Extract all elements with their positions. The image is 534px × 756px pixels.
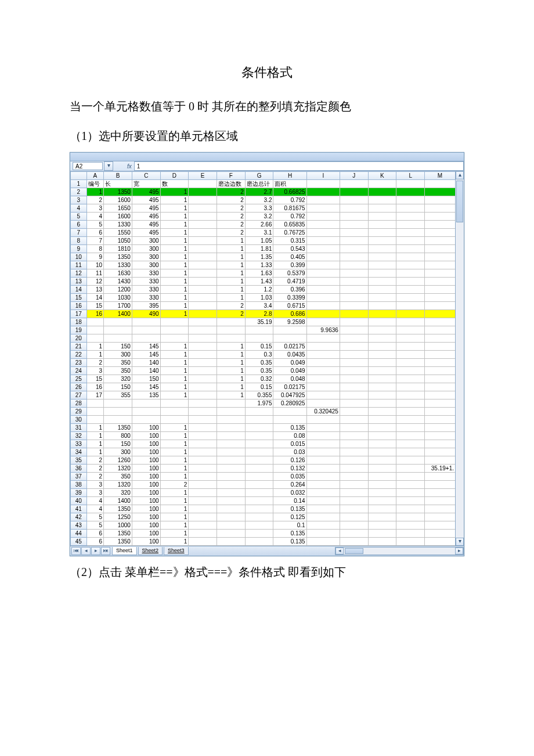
cell[interactable] [189, 334, 217, 343]
cell[interactable] [425, 367, 456, 375]
cell[interactable]: 0.66825 [273, 188, 306, 196]
cell[interactable]: 1430 [104, 278, 132, 286]
cell[interactable] [396, 180, 425, 188]
cell[interactable]: 1 [160, 278, 189, 286]
cell[interactable] [189, 286, 217, 294]
row-header[interactable]: 8 [71, 237, 87, 245]
cell[interactable]: 395 [132, 302, 160, 310]
cell[interactable] [340, 530, 368, 538]
cell[interactable]: 0.15 [245, 343, 273, 351]
cell[interactable] [425, 408, 456, 416]
cell[interactable] [189, 351, 217, 359]
cell[interactable] [425, 538, 456, 546]
row-header[interactable]: 38 [71, 481, 87, 489]
tab-nav-last-icon[interactable]: ⏭ [101, 547, 110, 555]
cell[interactable]: 0.405 [273, 253, 306, 261]
cell[interactable]: 2 [86, 473, 104, 481]
cell[interactable]: 3 [86, 481, 104, 489]
cell[interactable] [396, 213, 425, 221]
cell[interactable] [306, 318, 340, 326]
row-header[interactable]: 33 [71, 440, 87, 448]
cell[interactable] [368, 237, 396, 245]
cell[interactable] [396, 497, 425, 505]
cell[interactable] [86, 416, 104, 424]
cell[interactable] [189, 521, 217, 530]
cell[interactable] [396, 318, 425, 326]
cell[interactable]: 1350 [104, 253, 132, 261]
cell[interactable] [189, 294, 217, 302]
row-header[interactable]: 15 [71, 294, 87, 302]
cell[interactable] [340, 505, 368, 513]
cell[interactable]: 0.315 [273, 237, 306, 245]
cell[interactable]: 16 [86, 310, 104, 318]
cell[interactable] [425, 188, 456, 196]
cell[interactable]: 300 [104, 351, 132, 359]
cell[interactable] [306, 521, 340, 530]
cell[interactable] [306, 465, 340, 473]
cell[interactable] [189, 473, 217, 481]
cell[interactable] [396, 196, 425, 204]
cell[interactable] [396, 286, 425, 294]
cell[interactable] [425, 489, 456, 497]
cell[interactable]: 1250 [104, 513, 132, 521]
cell[interactable] [306, 294, 340, 302]
cell[interactable] [189, 196, 217, 204]
cell[interactable] [217, 432, 246, 440]
cell[interactable] [306, 261, 340, 269]
cell[interactable]: 1000 [104, 521, 132, 530]
cell[interactable] [189, 416, 217, 424]
cell[interactable] [396, 538, 425, 546]
cell[interactable] [245, 456, 273, 465]
cell[interactable] [104, 408, 132, 416]
row-header[interactable]: 41 [71, 505, 87, 513]
cell[interactable]: 495 [132, 229, 160, 237]
cell[interactable] [368, 180, 396, 188]
cell[interactable]: 1 [160, 196, 189, 204]
cell[interactable] [396, 521, 425, 530]
name-box[interactable]: A2 [73, 162, 103, 170]
cell[interactable]: 300 [104, 448, 132, 456]
cell[interactable] [160, 318, 189, 326]
cell[interactable] [340, 416, 368, 424]
cell[interactable]: 140 [132, 367, 160, 375]
cell[interactable] [425, 302, 456, 310]
tab-nav-next-icon[interactable]: ▸ [91, 547, 100, 555]
cell[interactable] [189, 399, 217, 408]
cell[interactable]: 100 [132, 465, 160, 473]
cell[interactable] [160, 334, 189, 343]
cell[interactable]: 1.81 [245, 245, 273, 253]
cell[interactable]: 0.264 [273, 481, 306, 489]
cell[interactable]: 1.975 [245, 399, 273, 408]
cell[interactable] [306, 456, 340, 465]
cell[interactable] [306, 229, 340, 237]
cell[interactable]: 0.02175 [273, 383, 306, 391]
cell[interactable] [189, 448, 217, 456]
row-header[interactable]: 24 [71, 367, 87, 375]
cell[interactable] [425, 310, 456, 318]
cell[interactable]: 1 [217, 253, 246, 261]
cell[interactable] [368, 416, 396, 424]
col-header-L[interactable]: L [396, 172, 425, 180]
cell[interactable] [132, 416, 160, 424]
cell[interactable]: 9.9636 [306, 326, 340, 334]
cell[interactable] [396, 375, 425, 383]
cell[interactable] [340, 245, 368, 253]
cell[interactable]: 14 [86, 294, 104, 302]
cell[interactable]: 1 [217, 351, 246, 359]
cell[interactable]: 12 [86, 278, 104, 286]
cell[interactable]: 150 [132, 375, 160, 383]
cell[interactable]: 100 [132, 530, 160, 538]
row-header[interactable]: 45 [71, 538, 87, 546]
cell[interactable] [396, 383, 425, 391]
cell[interactable]: 4 [86, 505, 104, 513]
cell[interactable] [340, 399, 368, 408]
cell[interactable]: 2 [217, 302, 246, 310]
cell[interactable] [425, 383, 456, 391]
cell[interactable]: 0.03 [273, 448, 306, 456]
cell[interactable] [396, 530, 425, 538]
cell[interactable] [368, 261, 396, 269]
cell[interactable] [396, 456, 425, 465]
cell[interactable] [306, 213, 340, 221]
cell[interactable] [340, 448, 368, 456]
cell[interactable]: 350 [104, 359, 132, 367]
